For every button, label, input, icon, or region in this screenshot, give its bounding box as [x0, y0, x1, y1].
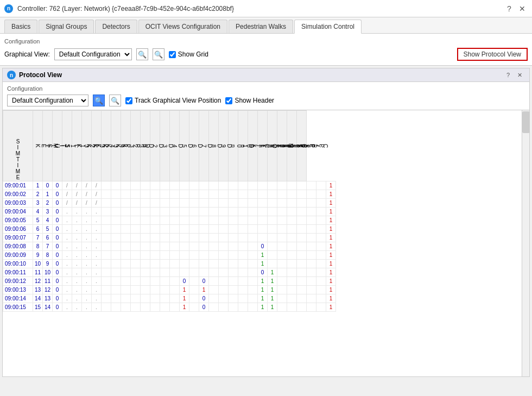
cell-value: .: [82, 294, 92, 303]
cell-value: 0: [199, 294, 209, 303]
cell-value: [141, 294, 150, 303]
cell-value: [160, 190, 170, 199]
cell-value: 1: [258, 294, 268, 303]
cell-time: 09:00:06: [3, 225, 33, 234]
tab-detectors[interactable]: Detectors: [95, 20, 137, 33]
cell-value: [307, 208, 316, 216]
cell-value: [219, 277, 229, 286]
col-header-d6: D6: [189, 111, 199, 181]
cell-value: .: [92, 242, 102, 251]
cell-value: .: [62, 268, 72, 277]
cell-value: [316, 294, 326, 303]
show-grid-label: Show Grid: [178, 51, 208, 58]
cell-value: [170, 216, 180, 225]
cell-value: [189, 234, 199, 242]
cell-value: [102, 225, 111, 234]
cell-value: [229, 234, 238, 242]
protocol-search-button[interactable]: 🔍: [109, 95, 121, 106]
vertical-scrollbar[interactable]: [522, 110, 529, 376]
cell-value: [219, 190, 229, 199]
cell-value: [170, 234, 180, 242]
cell-value: .: [92, 268, 102, 277]
tab-signal-groups[interactable]: Signal Groups: [39, 20, 94, 33]
table-row: 09:00:06650....1: [3, 225, 336, 234]
graphical-view-dropdown[interactable]: Default Configuration: [54, 48, 132, 60]
cell-value: [121, 294, 131, 303]
cell-sek: 4: [43, 216, 53, 225]
cell-value: [316, 199, 326, 208]
cell-value: [248, 208, 258, 216]
cell-value: [277, 225, 287, 234]
col-header-kk1l: KK1L: [72, 111, 82, 181]
protocol-config-dropdown[interactable]: Default Configuration: [7, 95, 88, 106]
cell-value: .: [72, 268, 82, 277]
cell-value: [102, 277, 111, 286]
show-header-checkbox[interactable]: [225, 97, 232, 104]
cell-value: [111, 190, 121, 199]
cell-value: [141, 303, 150, 312]
cell-value: [209, 190, 219, 199]
cell-value: [131, 268, 141, 277]
cell-value: [316, 277, 326, 286]
cell-value: [131, 251, 141, 260]
cell-value: /: [92, 190, 102, 199]
cell-value: [189, 277, 199, 286]
cell-value: .: [82, 286, 92, 294]
cell-value: [180, 216, 189, 225]
cell-value: [316, 242, 326, 251]
tab-ocit-views[interactable]: OCIT Views Configuration: [138, 20, 227, 33]
cell-value: [131, 225, 141, 234]
cell-value: [141, 181, 150, 190]
tab-pedestrian-walks[interactable]: Pedestrian Walks: [229, 20, 293, 33]
cell-sek: 6: [43, 234, 53, 242]
tab-simulation-control[interactable]: Simulation Control: [294, 20, 362, 34]
cell-value: [297, 268, 307, 277]
cell-time: 09:00:12: [3, 277, 33, 286]
show-grid-checkbox[interactable]: [169, 51, 176, 58]
cell-value: [277, 242, 287, 251]
cell-value: [199, 268, 209, 277]
cell-value: [209, 216, 219, 225]
protocol-search-active-button[interactable]: 🔍: [93, 95, 105, 106]
cell-sek: 12: [43, 286, 53, 294]
window-help-button[interactable]: ?: [504, 3, 515, 14]
tab-basics[interactable]: Basics: [4, 20, 37, 33]
data-table-container[interactable]: SIMTIME SIMSEK TT TU K11 KK1L KK23 K3L K…: [3, 110, 529, 376]
cell-value: [141, 234, 150, 242]
cell-value: [131, 294, 141, 303]
window-close-button[interactable]: ✕: [517, 3, 528, 14]
cell-sim: 9: [33, 251, 43, 260]
cell-value: 1: [258, 303, 268, 312]
cell-value: [131, 242, 141, 251]
cell-value: [199, 234, 209, 242]
cell-value: [248, 286, 258, 294]
protocol-close-button[interactable]: ✕: [515, 71, 525, 79]
cell-value: [219, 225, 229, 234]
cell-value: 1: [180, 286, 189, 294]
protocol-help-button[interactable]: ?: [504, 71, 512, 79]
cell-sim: 6: [33, 225, 43, 234]
col-header-tu: TU: [53, 111, 62, 181]
cell-value: 1: [180, 303, 189, 312]
cell-value: 1: [326, 225, 336, 234]
config-section-title: Configuration: [4, 38, 528, 45]
cell-value: [219, 208, 229, 216]
cell-value: .: [92, 286, 102, 294]
cell-value: [287, 303, 297, 312]
search-button-1[interactable]: 🔍: [136, 48, 148, 60]
cell-value: [102, 199, 111, 208]
cell-value: [229, 225, 238, 234]
search-button-2[interactable]: 🔍: [153, 48, 164, 60]
cell-sim: 11: [33, 268, 43, 277]
cell-value: [219, 251, 229, 260]
show-protocol-view-button[interactable]: Show Protocol View: [457, 48, 528, 61]
cell-value: [141, 251, 150, 260]
cell-value: .: [72, 225, 82, 234]
cell-value: .: [82, 216, 92, 225]
cell-sim: 14: [33, 294, 43, 303]
cell-value: .: [62, 251, 72, 260]
cell-value: [180, 242, 189, 251]
cell-value: [297, 199, 307, 208]
track-graphical-checkbox[interactable]: [125, 97, 132, 104]
cell-value: [316, 216, 326, 225]
